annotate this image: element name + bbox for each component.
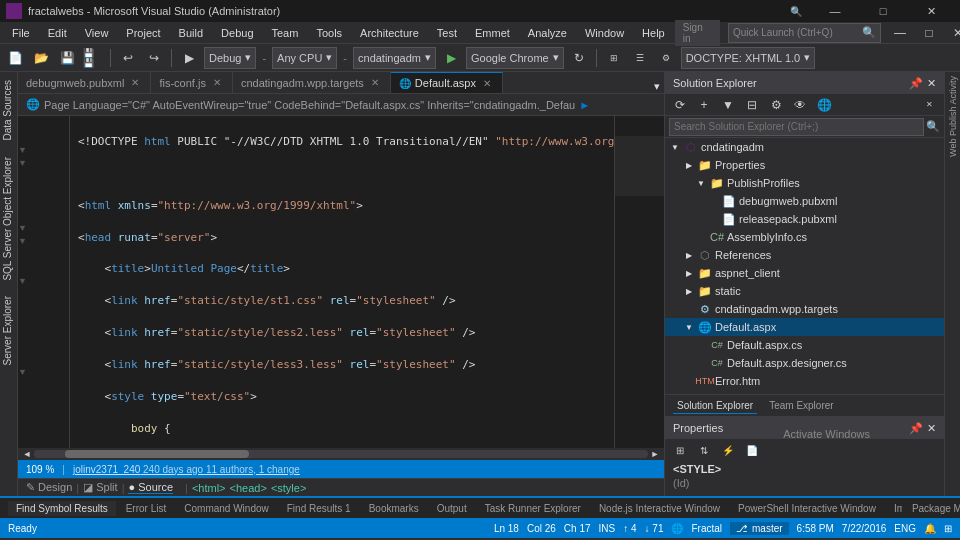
tab-cndatingadm-targets-close[interactable]: ✕	[368, 76, 382, 90]
tree-item-wpp-targets[interactable]: ⚙ cndatingadm.wpp.targets	[665, 300, 944, 318]
tree-item-debugmweb[interactable]: 📄 debugmweb.pubxml	[665, 192, 944, 210]
tree-item-error-htm[interactable]: HTM Error.htm	[665, 372, 944, 390]
se-sync-btn[interactable]: ⟳	[669, 94, 691, 116]
style-breadcrumb[interactable]: <style>	[271, 482, 306, 494]
close-se-icon[interactable]: ✕	[927, 77, 936, 90]
menu-build[interactable]: Build	[171, 23, 211, 43]
team-explorer-footer-tab[interactable]: Team Explorer	[765, 398, 837, 413]
tab-debugmweb-close[interactable]: ✕	[128, 76, 142, 90]
solution-explorer-footer-tab[interactable]: Solution Explorer	[673, 398, 757, 414]
task-runner-tab[interactable]: Task Runner Explorer	[477, 501, 589, 516]
platform-dropdown[interactable]: Any CPU ▾	[272, 47, 337, 69]
tree-item-root[interactable]: ▼ ⬡ cndatingadm	[665, 138, 944, 156]
tree-item-static[interactable]: ▶ 📁 static	[665, 282, 944, 300]
error-list-tab[interactable]: Error List	[118, 501, 175, 516]
doctype-dropdown[interactable]: DOCTYPE: XHTML 1.0 ▾	[681, 47, 816, 69]
save-all-btn[interactable]: 💾💾	[82, 47, 104, 69]
se-web-btn[interactable]: 🌐	[813, 94, 835, 116]
tab-fis-conf-close[interactable]: ✕	[210, 76, 224, 90]
menu-file[interactable]: File	[4, 23, 38, 43]
web-publish-label[interactable]: Web Publish Activity	[946, 72, 960, 161]
tab-default-aspx[interactable]: 🌐 Default.aspx ✕	[391, 72, 503, 93]
x-close-icon[interactable]: ✕	[948, 22, 960, 44]
refresh-btn[interactable]: ↻	[568, 47, 590, 69]
new-project-btn[interactable]: 📄	[4, 47, 26, 69]
head-breadcrumb[interactable]: <head>	[230, 482, 267, 494]
maximize-icon[interactable]: □	[919, 22, 940, 44]
redo-btn[interactable]: ↪	[143, 47, 165, 69]
undo-btn[interactable]: ↩	[117, 47, 139, 69]
powershell-tab[interactable]: PowerShell Interactive Window	[730, 501, 884, 516]
hscroll-track[interactable]	[34, 450, 648, 458]
immediate-window-tab[interactable]: Immediate Window	[886, 501, 902, 516]
se-filter-btn[interactable]: ▼	[717, 94, 739, 116]
list-btn[interactable]: ☰	[629, 47, 651, 69]
se-properties-btn[interactable]: ⚙	[765, 94, 787, 116]
find-symbol-results-tab[interactable]: Find Symbol Results	[8, 501, 116, 516]
bookmarks-tab[interactable]: Bookmarks	[361, 501, 427, 516]
properties-sort-btn[interactable]: ⇅	[693, 439, 715, 461]
menu-analyze[interactable]: Analyze	[520, 23, 575, 43]
menu-edit[interactable]: Edit	[40, 23, 75, 43]
play-btn[interactable]: ▶	[440, 47, 462, 69]
settings-btn[interactable]: ⚙	[655, 47, 677, 69]
sql-server-panel[interactable]: SQL Server Object Explorer	[0, 149, 17, 289]
menu-test[interactable]: Test	[429, 23, 465, 43]
tree-item-default-aspx[interactable]: ▼ 🌐 Default.aspx	[665, 318, 944, 336]
server-explorer-panel[interactable]: Server Explorer	[0, 288, 17, 373]
debug-start-btn[interactable]: ▶	[178, 47, 200, 69]
pin-properties-icon[interactable]: 📌	[909, 422, 923, 435]
menu-project[interactable]: Project	[118, 23, 168, 43]
se-preview-btn[interactable]: 👁	[789, 94, 811, 116]
tab-cndatingadm-targets[interactable]: cndatingadm.wpp.targets ✕	[233, 72, 391, 93]
menu-emmet[interactable]: Emmet	[467, 23, 518, 43]
properties-grid-btn[interactable]: ⊞	[669, 439, 691, 461]
git-branch-indicator[interactable]: ⎇ master	[730, 522, 789, 535]
code-editor[interactable]: ▼ ▼ ▼ ▼ ▼ ▼	[18, 116, 664, 448]
tab-overflow-btn[interactable]: ▾	[650, 80, 664, 93]
split-tab[interactable]: ◪ Split	[83, 481, 117, 494]
tree-item-aspnet-client[interactable]: ▶ 📁 aspnet_client	[665, 264, 944, 282]
close-properties-icon[interactable]: ✕	[927, 422, 936, 435]
command-window-tab[interactable]: Command Window	[176, 501, 276, 516]
html-breadcrumb[interactable]: <html>	[192, 482, 226, 494]
pin-icon[interactable]: 📌	[909, 77, 923, 90]
minimize-icon[interactable]: —	[889, 22, 910, 44]
browser-dropdown[interactable]: Google Chrome ▾	[466, 47, 564, 69]
nodejs-tab[interactable]: Node.js Interactive Window	[591, 501, 728, 516]
data-sources-panel[interactable]: Data Sources	[0, 72, 17, 149]
save-btn[interactable]: 💾	[56, 47, 78, 69]
open-btn[interactable]: 📂	[30, 47, 52, 69]
properties-page-btn[interactable]: 📄	[741, 439, 763, 461]
tree-item-releasepack[interactable]: 📄 releasepack.pubxml	[665, 210, 944, 228]
find-results-1-tab[interactable]: Find Results 1	[279, 501, 359, 516]
package-manager-tab[interactable]: Package Manager Console	[904, 501, 960, 516]
tree-item-default-aspx-designer[interactable]: C# Default.aspx.designer.cs	[665, 354, 944, 372]
menu-window[interactable]: Window	[577, 23, 632, 43]
output-tab[interactable]: Output	[429, 501, 475, 516]
se-collapse-btn[interactable]: ⊟	[741, 94, 763, 116]
design-tab[interactable]: ✎ Design	[26, 481, 72, 494]
debug-mode-dropdown[interactable]: Debug ▾	[204, 47, 256, 69]
tab-fis-conf[interactable]: fis-conf.js ✕	[151, 72, 232, 93]
properties-event-btn[interactable]: ⚡	[717, 439, 739, 461]
menu-team[interactable]: Team	[264, 23, 307, 43]
menu-help[interactable]: Help	[634, 23, 673, 43]
menu-view[interactable]: View	[77, 23, 117, 43]
tree-item-properties[interactable]: ▶ 📁 Properties	[665, 156, 944, 174]
menu-architecture[interactable]: Architecture	[352, 23, 427, 43]
sign-in-button[interactable]: Sign in	[675, 20, 720, 46]
se-new-file-btn[interactable]: +	[693, 94, 715, 116]
code-content[interactable]: <!DOCTYPE html PUBLIC "-//W3C//DTD XHTML…	[70, 116, 614, 448]
tree-item-assemblyinfo[interactable]: C# AssemblyInfo.cs	[665, 228, 944, 246]
tree-item-references[interactable]: ▶ ⬡ References	[665, 246, 944, 264]
horizontal-scrollbar[interactable]: ◄ ►	[18, 448, 664, 460]
se-close-btn[interactable]: ✕	[918, 94, 940, 116]
quick-launch-box[interactable]: Quick Launch (Ctrl+Q) 🔍	[728, 23, 881, 43]
menu-tools[interactable]: Tools	[308, 23, 350, 43]
tab-debugmweb[interactable]: debugmweb.pubxml ✕	[18, 72, 151, 93]
menu-debug[interactable]: Debug	[213, 23, 261, 43]
source-tab[interactable]: ● Source	[128, 481, 173, 494]
solution-tree[interactable]: ▼ ⬡ cndatingadm ▶ 📁 Properties ▼ 📁 Publi…	[665, 138, 944, 394]
solution-search-input[interactable]	[669, 118, 924, 136]
